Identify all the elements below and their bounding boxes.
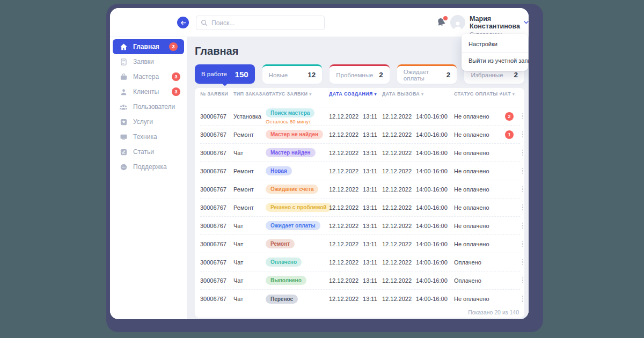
sidebar-item-label: Услуги [133, 118, 187, 126]
payment-status-cell: Не оплачено [454, 296, 500, 302]
column-header-payment-status[interactable]: СТАТУС ОПЛАТЫ▾ [454, 91, 500, 97]
row-menu-button[interactable] [519, 277, 524, 284]
home-icon [119, 42, 128, 51]
tab-label: Избранные [471, 72, 503, 78]
sidebar-item-devices[interactable]: Техника [110, 129, 187, 144]
sidebar: Главная3ЗаявкиМастера3Клиенты3Пользовате… [110, 37, 187, 319]
sidebar-item-label: Мастера [133, 73, 166, 80]
row-menu-button[interactable] [519, 186, 524, 193]
call-date-cell: 12.12.202214:00-16:00 [382, 277, 453, 284]
tab-label: Новые [269, 72, 288, 78]
clients-icon [119, 87, 128, 96]
column-header-chat[interactable]: ЧАТ▾ [501, 91, 518, 97]
chat-badge[interactable]: 2 [505, 112, 514, 121]
payment-status-cell: Не оплачено [454, 150, 500, 156]
row-menu-button[interactable] [519, 168, 524, 174]
table-row[interactable]: 30006767УстановкаПоиск мастераОсталось 8… [200, 107, 520, 126]
sidebar-item-home[interactable]: Главная3 [113, 39, 184, 54]
tab-count: 150 [235, 70, 248, 79]
order-id-cell: 30006767 [200, 296, 232, 302]
tab-count: 2 [447, 71, 451, 79]
sort-arrow-icon: ▾ [421, 92, 423, 97]
tab-problem[interactable]: Проблемные2 [330, 64, 390, 84]
row-menu-button[interactable] [519, 204, 524, 211]
row-menu-button[interactable] [519, 259, 524, 266]
sort-arrow-icon: ▾ [375, 92, 377, 97]
table-row[interactable]: 30006767РемонтРешено с проблемой12.12.20… [200, 199, 520, 217]
table-row[interactable]: 30006767ЧатМастер найден12.12.202213:111… [200, 144, 520, 162]
payment-status-cell: Не оплачено [454, 168, 500, 174]
orders-icon [119, 57, 128, 66]
notifications-bell-icon[interactable] [436, 17, 447, 28]
order-status-cell: Ремонт [266, 239, 328, 248]
row-menu-button[interactable] [519, 131, 524, 138]
created-date-cell: 12.12.202213:11 [329, 223, 381, 229]
table-row[interactable]: 30006767ЧатПеренос12.12.202213:1112.12.2… [200, 290, 520, 308]
tab-awaiting-payment[interactable]: Ожидает оплаты2 [397, 64, 457, 84]
payment-status-cell: Не оплачено [454, 131, 500, 138]
column-header-order-type[interactable]: ТИП ЗАКАЗА▾ [233, 91, 265, 97]
row-menu-button[interactable] [519, 296, 524, 302]
row-menu-button[interactable] [519, 241, 524, 247]
status-badge: Выполнено [266, 276, 306, 285]
created-date-cell: 12.12.202213:11 [329, 204, 381, 211]
payment-status-cell: Не оплачено [454, 186, 500, 193]
sidebar-item-label: Пользователи [133, 103, 187, 111]
tab-label: Проблемные [336, 72, 373, 78]
table-row[interactable]: 30006767РемонтОжидание счета12.12.202213… [200, 180, 520, 199]
payment-status-cell: Не оплачено [454, 204, 500, 211]
tab-count: 2 [379, 71, 383, 79]
call-date-cell: 12.12.202214:00-16:00 [382, 150, 453, 156]
row-menu-button[interactable] [519, 113, 524, 120]
search-input[interactable] [211, 19, 320, 27]
column-header-order-status[interactable]: СТАТУС ЗАЯВКИ▾ [266, 91, 328, 97]
tab-new[interactable]: Новые12 [262, 64, 323, 84]
menu-item-settings[interactable]: Настройки [462, 36, 528, 52]
call-date-cell: 12.12.202214:00-16:00 [382, 113, 453, 120]
app-window: Мария Константинова Суперадмин Настройки… [110, 8, 529, 319]
sidebar-item-masters[interactable]: Мастера3 [110, 69, 187, 84]
status-badge: Перенос [266, 295, 298, 304]
masters-icon [119, 72, 128, 81]
sidebar-item-articles[interactable]: Статьи [110, 144, 187, 159]
created-date-cell: 12.12.202213:11 [329, 259, 381, 266]
table-row[interactable]: 30006767РемонтНовая12.12.202213:1112.12.… [200, 162, 520, 180]
row-menu-button[interactable] [519, 150, 524, 156]
sidebar-item-users[interactable]: Пользователи [110, 99, 187, 114]
chat-badge[interactable]: 1 [505, 130, 514, 139]
sidebar-item-services[interactable]: Услуги [110, 114, 187, 129]
call-date-cell: 12.12.202214:00-16:00 [382, 223, 453, 229]
order-type-cell: Установка [233, 113, 265, 120]
column-label: СТАТУС ОПЛАТЫ [454, 91, 497, 97]
order-id-cell: 30006767 [200, 168, 232, 174]
order-status-cell: Оплачено [266, 258, 328, 267]
tab-label: В работе [201, 71, 227, 77]
order-id-cell: 30006767 [200, 241, 232, 247]
sidebar-item-support[interactable]: Поддержка [110, 159, 187, 174]
order-status-cell: Перенос [266, 295, 328, 304]
sidebar-item-label: Статьи [133, 148, 187, 156]
order-status-cell: Мастер найден [266, 148, 328, 157]
avatar[interactable] [450, 15, 465, 30]
table-row[interactable]: 30006767ЧатРемонт12.12.202213:1112.12.20… [200, 235, 520, 253]
tab-in-progress[interactable]: В работе150 [195, 64, 255, 84]
table-row[interactable]: 30006767ЧатВыполнено12.12.202213:1112.12… [200, 271, 520, 290]
table-row[interactable]: 30006767ЧатОплачено12.12.202213:1112.12.… [200, 253, 520, 271]
chat-cell: 2 [501, 112, 518, 121]
tab-label: Ожидает оплаты [404, 69, 447, 82]
table-row[interactable]: 30006767ЧатОжидает оплаты12.12.202213:11… [200, 217, 520, 235]
menu-item-logout[interactable]: Выйти из учетной записи [462, 53, 528, 69]
status-badge: Ожидает оплаты [266, 221, 320, 230]
payment-status-cell: Не оплачено [454, 113, 500, 120]
row-menu-button[interactable] [519, 223, 524, 229]
chevron-down-icon [524, 21, 529, 24]
back-button[interactable] [177, 17, 189, 28]
sidebar-item-orders[interactable]: Заявки [110, 54, 187, 69]
column-header-created-date[interactable]: ДАТА СОЗДАНИЯ▾ [329, 91, 381, 97]
call-date-cell: 12.12.202214:00-16:00 [382, 241, 453, 247]
sidebar-item-clients[interactable]: Клиенты3 [110, 84, 187, 99]
table-row[interactable]: 30006767РемонтМастер не найден12.12.2022… [200, 126, 520, 144]
created-date-cell: 12.12.202213:11 [329, 277, 381, 284]
column-header-call-date[interactable]: ДАТА ВЫЗОВА▾ [382, 91, 453, 97]
table-header-row: № ЗАЯВКИТИП ЗАКАЗА▾СТАТУС ЗАЯВКИ▾ДАТА СО… [200, 88, 520, 107]
